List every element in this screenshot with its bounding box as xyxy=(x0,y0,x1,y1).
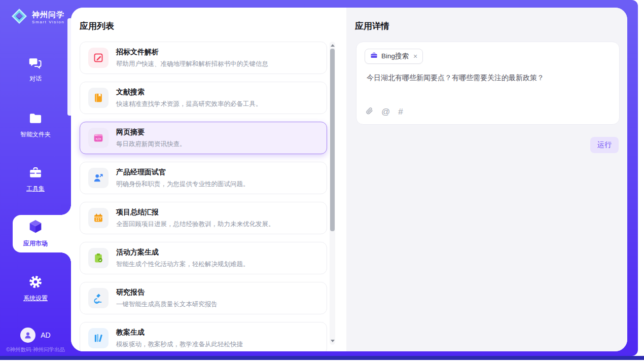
microscope-icon xyxy=(88,288,109,308)
attachment-toolbar: @ # xyxy=(366,106,403,117)
brand-logo: 神州问学 Smart Vision xyxy=(10,7,64,27)
tool-tag-label: Bing搜索 xyxy=(381,52,409,61)
clipboard-check-icon xyxy=(88,248,109,268)
sidebar: 神州问学 Smart Vision 对话 xyxy=(0,0,71,356)
brand-tagline: Smart Vision xyxy=(32,20,64,24)
briefcase-icon xyxy=(370,52,378,61)
app-desc: 明确身份和职责，为您提供专业性的面试问题。 xyxy=(116,180,249,189)
app-desc: 模板驱动，教案秒成，教学准备从此轻松快捷 xyxy=(116,340,243,349)
sidebar-item-settings[interactable]: 系统设置 xyxy=(0,274,71,303)
app-desc: 快速精准查找学术资源，提高研究效率的必备工具。 xyxy=(116,100,262,108)
sidebar-item-chat[interactable]: 对话 xyxy=(0,56,71,83)
app-card-bid-document-analysis[interactable]: 招标文件解析 帮助用户快速、准确地理解和解析招标书中的关键信息 xyxy=(80,42,327,74)
book-icon xyxy=(88,88,109,108)
interviewer-icon xyxy=(88,168,109,188)
app-card-pm-interviewer[interactable]: 产品经理面试官 明确身份和职责，为您提供专业性的面试问题。 xyxy=(80,162,327,194)
calendar-icon xyxy=(88,208,109,228)
tool-tag-bing-search[interactable]: Bing搜索 × xyxy=(365,49,423,64)
window-bottom-edge xyxy=(0,356,644,360)
sidebar-active-notch-top xyxy=(61,205,71,215)
app-card-literature-search[interactable]: 文献搜索 快速精准查找学术资源，提高研究效率的必备工具。 xyxy=(80,82,327,114)
app-name: 项目总结汇报 xyxy=(116,208,275,217)
app-card-research-report[interactable]: 研究报告 一键智能生成高质量长文本研究报告 xyxy=(80,282,327,314)
mention-icon[interactable]: @ xyxy=(381,107,390,116)
app-card-event-plan[interactable]: 活动方案生成 智能生成个性化活动方案，轻松解决规划难题。 xyxy=(80,242,327,274)
app-list-title: 应用列表 xyxy=(80,20,114,32)
app-name: 产品经理面试官 xyxy=(116,168,249,177)
app-name: 研究报告 xyxy=(116,288,218,297)
cube-icon xyxy=(27,219,44,237)
sidebar-item-app-market[interactable]: 应用市场 xyxy=(0,219,71,248)
sidebar-item-smart-folders[interactable]: 智能文件夹 xyxy=(0,112,71,139)
sidebar-item-label: 对话 xyxy=(29,75,42,83)
app-card-project-summary[interactable]: 项目总结汇报 全面回顾项目进展，总结经验教训，助力未来优化发展。 xyxy=(80,202,327,234)
content-area: 应用列表 招标文件解析 帮助用户快速、准确地理解和解析招标书中的关键信息 xyxy=(71,8,627,351)
sidebar-item-toolset[interactable]: 工具集 xyxy=(0,166,71,193)
copyright-text: ©神州数码·神州问学出品 xyxy=(0,346,71,353)
app-window: 神州问学 Smart Vision 对话 xyxy=(0,0,644,362)
app-name: 招标文件解析 xyxy=(116,48,268,57)
sidebar-item-label: 应用市场 xyxy=(23,239,48,248)
app-desc: 每日政府新闻资讯快查。 xyxy=(116,140,186,149)
hashtag-icon[interactable]: # xyxy=(398,107,403,116)
toolbox-icon xyxy=(28,166,43,182)
svg-text:</>: </> xyxy=(96,137,101,140)
sidebar-item-label: 智能文件夹 xyxy=(20,130,51,139)
app-card-webpage-summary[interactable]: </> 网页摘要 每日政府新闻资讯快查。 xyxy=(80,122,327,154)
app-list-panel: 应用列表 招标文件解析 帮助用户快速、准确地理解和解析招标书中的关键信息 xyxy=(71,8,346,351)
scroll-down-icon[interactable] xyxy=(331,340,335,342)
app-detail-title: 应用详情 xyxy=(355,20,389,32)
app-list-scrollbar[interactable] xyxy=(330,42,335,345)
brand-diamond-icon xyxy=(10,7,28,27)
chat-icon xyxy=(28,56,43,72)
app-desc: 一键智能生成高质量长文本研究报告 xyxy=(116,300,218,309)
avatar xyxy=(20,328,35,343)
webpage-code-icon: </> xyxy=(88,128,109,148)
app-name: 文献搜索 xyxy=(116,88,262,97)
prompt-input[interactable]: 今日湖北有哪些新闻要点？有哪些需要关注的最新政策？ xyxy=(367,73,609,83)
app-name: 活动方案生成 xyxy=(116,248,249,257)
prompt-card: Bing搜索 × 今日湖北有哪些新闻要点？有哪些需要关注的最新政策？ @ # xyxy=(356,42,620,125)
brand-name: 神州问学 xyxy=(32,11,64,18)
folder-icon xyxy=(28,112,43,128)
books-icon xyxy=(88,328,109,348)
app-desc: 智能生成个性化活动方案，轻松解决规划难题。 xyxy=(116,260,249,269)
app-name: 网页摘要 xyxy=(116,128,186,137)
app-name: 教案生成 xyxy=(116,328,243,337)
gear-icon xyxy=(28,274,43,292)
paperclip-icon[interactable] xyxy=(366,106,373,117)
scroll-up-icon[interactable] xyxy=(331,44,335,47)
app-desc: 全面回顾项目进展，总结经验教训，助力未来优化发展。 xyxy=(116,220,275,229)
app-card-lesson-plan[interactable]: 教案生成 模板驱动，教案秒成，教学准备从此轻松快捷 xyxy=(80,322,327,351)
sidebar-item-label: 系统设置 xyxy=(23,294,48,303)
app-frame: 神州问学 Smart Vision 对话 xyxy=(0,0,638,356)
tag-close-icon[interactable]: × xyxy=(413,52,417,60)
user-initials: AD xyxy=(41,331,50,339)
edit-document-icon xyxy=(88,48,109,68)
sidebar-item-label: 工具集 xyxy=(26,185,45,193)
app-detail-panel: 应用详情 Bing搜索 × 今日湖北有哪些新闻要点？ xyxy=(346,8,627,351)
run-button[interactable]: 运行 xyxy=(590,137,619,153)
scrollbar-thumb[interactable] xyxy=(330,49,335,231)
app-desc: 帮助用户快速、准确地理解和解析招标书中的关键信息 xyxy=(116,60,268,68)
user-account[interactable]: AD xyxy=(0,328,71,343)
sidebar-active-notch-bottom xyxy=(61,252,71,263)
app-card-list: 招标文件解析 帮助用户快速、准确地理解和解析招标书中的关键信息 xyxy=(80,42,327,351)
